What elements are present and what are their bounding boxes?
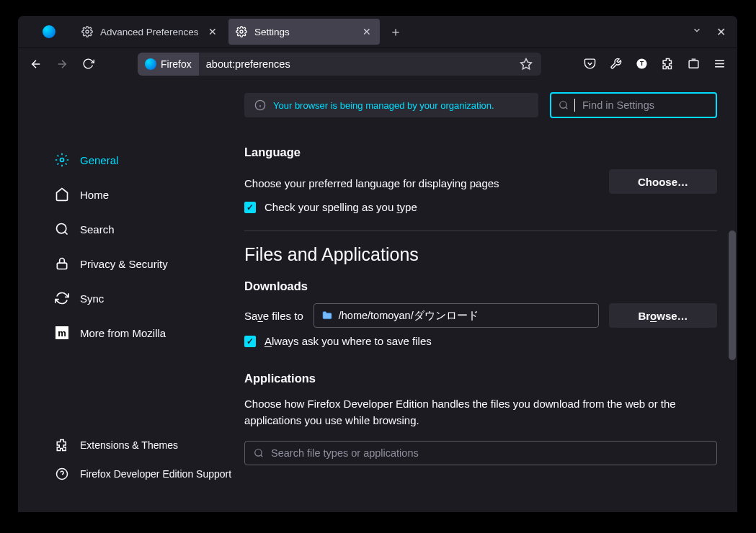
svg-text:T: T (639, 60, 644, 67)
tab-label: Advanced Preferences (100, 27, 199, 37)
sidebar-support[interactable]: Firefox Developer Edition Support (53, 460, 244, 488)
tab-settings[interactable]: Settings ✕ (228, 19, 380, 45)
firefox-icon (145, 58, 156, 70)
svg-rect-7 (689, 61, 698, 68)
identity-box[interactable]: Firefox (138, 53, 199, 76)
menu-icon[interactable] (708, 53, 730, 75)
all-tabs-button[interactable] (692, 25, 702, 39)
search-icon (54, 221, 70, 237)
home-icon (54, 187, 70, 202)
search-icon (254, 448, 264, 458)
managed-banner: Your browser is being managed by your or… (244, 93, 538, 117)
sidebar-extensions-themes[interactable]: Extensions & Themes (53, 431, 244, 459)
firefox-icon (43, 25, 55, 38)
settings-search-input[interactable]: Find in Settings (550, 92, 717, 118)
accessibility-icon[interactable]: T (631, 53, 652, 75)
applications-search-input[interactable]: Search file types or applications (244, 441, 717, 465)
download-path-input[interactable]: /home/tomoyan/ダウンロード (313, 303, 599, 328)
gear-icon (81, 26, 93, 37)
nav-toolbar: Firefox about:preferences T (18, 48, 737, 79)
pinned-tab[interactable] (24, 16, 74, 48)
pocket-icon[interactable] (579, 53, 600, 75)
sidebar-item-label: More from Mozilla (80, 327, 166, 339)
svg-point-20 (560, 102, 566, 108)
save-files-label: Save files to (244, 310, 303, 322)
close-icon[interactable]: ✕ (207, 26, 218, 37)
sidebar-item-search[interactable]: Search (53, 213, 244, 245)
banner-text: Your browser is being managed by your or… (273, 100, 494, 111)
extensions-icon[interactable] (657, 53, 678, 75)
settings-main: Your browser is being managed by your or… (244, 79, 737, 512)
always-ask-label: Always ask you where to save files (264, 335, 432, 347)
svg-point-12 (57, 224, 66, 233)
search-placeholder: Find in Settings (582, 99, 654, 111)
browse-button[interactable]: Browse… (609, 303, 717, 328)
bookmark-star-icon[interactable] (511, 58, 541, 71)
files-apps-heading: Files and Applications (244, 244, 717, 265)
url-bar[interactable]: Firefox about:preferences (138, 53, 541, 76)
back-button[interactable] (25, 53, 47, 75)
forward-button[interactable] (51, 53, 73, 75)
svg-line-21 (566, 107, 568, 109)
tab-label: Settings (254, 27, 290, 37)
sidebar-item-label: General (80, 154, 118, 166)
help-icon (54, 466, 70, 482)
choose-language-button[interactable]: Choose… (609, 169, 717, 194)
sidebar-item-privacy[interactable]: Privacy & Security (53, 248, 244, 279)
screenshot-icon[interactable] (682, 53, 704, 75)
mozilla-icon: m (54, 325, 70, 341)
language-desc: Choose your preferred language for displ… (244, 175, 499, 192)
window-close-button[interactable]: ✕ (716, 25, 726, 39)
sidebar-item-label: Extensions & Themes (80, 439, 178, 451)
sync-icon (54, 290, 70, 306)
app-search-placeholder: Search file types or applications (271, 447, 419, 459)
sidebar-item-home[interactable]: Home (53, 179, 244, 210)
gear-icon (236, 26, 247, 37)
svg-marker-4 (521, 58, 532, 68)
sidebar-item-label: Firefox Developer Edition Support (80, 468, 231, 480)
identity-label: Firefox (161, 58, 192, 70)
sidebar-item-label: Sync (80, 292, 104, 305)
svg-rect-14 (57, 263, 66, 269)
settings-sidebar: General Home Search Privacy & Security S… (18, 79, 244, 512)
svg-line-13 (65, 232, 68, 235)
always-ask-checkbox[interactable]: ✓ (244, 336, 256, 347)
scrollbar-thumb[interactable] (729, 230, 736, 360)
sidebar-item-sync[interactable]: Sync (53, 282, 244, 314)
wrench-icon[interactable] (605, 53, 626, 75)
tab-advanced-preferences[interactable]: Advanced Preferences ✕ (74, 19, 226, 45)
svg-line-23 (261, 454, 263, 457)
new-tab-button[interactable]: ＋ (386, 22, 406, 42)
svg-point-0 (86, 30, 89, 33)
sidebar-item-label: Privacy & Security (80, 258, 168, 270)
sidebar-item-label: Search (80, 223, 115, 236)
svg-point-1 (240, 30, 243, 33)
downloads-heading: Downloads (244, 279, 717, 293)
info-icon (254, 99, 266, 111)
spellcheck-checkbox[interactable]: ✓ (244, 202, 256, 213)
folder-icon (321, 310, 333, 321)
puzzle-icon (54, 437, 70, 453)
search-icon (559, 100, 569, 110)
spellcheck-label: Check your spelling as you type (264, 201, 417, 213)
tab-bar: Advanced Preferences ✕ Settings ✕ ＋ ✕ (18, 16, 737, 48)
url-input[interactable]: about:preferences (199, 58, 511, 70)
language-heading: Language (244, 145, 717, 159)
reload-button[interactable] (77, 53, 99, 75)
lock-icon (54, 256, 70, 272)
download-path-value: /home/tomoyan/ダウンロード (339, 309, 479, 323)
sidebar-item-general[interactable]: General (53, 144, 244, 176)
close-icon[interactable]: ✕ (361, 26, 373, 37)
applications-heading: Applications (244, 372, 717, 385)
sidebar-item-more-mozilla[interactable]: m More from Mozilla (53, 317, 244, 349)
svg-point-11 (61, 158, 64, 162)
gear-icon (54, 152, 70, 168)
sidebar-item-label: Home (80, 189, 109, 201)
applications-desc: Choose how Firefox Developer Edition han… (244, 395, 717, 429)
svg-point-22 (255, 449, 262, 455)
separator (244, 230, 717, 231)
